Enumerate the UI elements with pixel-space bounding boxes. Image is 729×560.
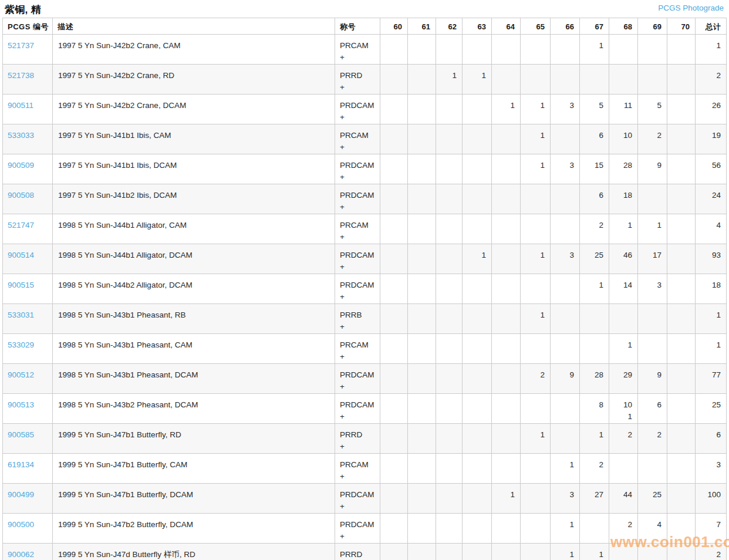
grade-cell-66	[551, 394, 580, 424]
description-cell: 1999 5 Yn Sun-J47b2 Butterfly, DCAM	[53, 514, 335, 544]
grade-count: 9	[639, 369, 662, 381]
description-cell: 1997 5 Yn Sun-J41b2 Ibis, DCAM	[53, 184, 335, 214]
grade-cell-65: 1	[521, 244, 551, 274]
grade-cell-66	[551, 304, 580, 334]
pcgs-number-link[interactable]: 900509	[8, 161, 34, 170]
grade-cell-64	[492, 304, 521, 334]
grade-cell-69	[638, 184, 667, 214]
designation-name: PRDCAM	[340, 489, 379, 501]
grade-count: 1	[463, 249, 486, 261]
grade-cell-62	[436, 244, 463, 274]
grade-cell-70	[667, 304, 696, 334]
description-cell: 1997 5 Yn Sun-J42b2 Crane, RD	[53, 65, 335, 95]
grade-cell-66	[551, 124, 580, 154]
header-grade-60: 60	[380, 18, 408, 35]
table-row: 533029 1998 5 Yn Sun-J43b1 Pheasant, CAM…	[3, 334, 727, 364]
pcgs-number-link[interactable]: 900511	[8, 101, 33, 110]
designation-name: PRDCAM	[340, 160, 379, 171]
grade-count: 1	[551, 549, 574, 560]
designation-plus: +	[340, 291, 379, 303]
pcgs-number-link[interactable]: 900062	[8, 550, 34, 559]
header-grade-70: 70	[667, 18, 696, 35]
pcgs-number-link[interactable]: 521738	[8, 71, 34, 80]
designation-name: PRDCAM	[340, 249, 379, 261]
grade-cell-66: 3	[551, 95, 580, 124]
description-cell: 1999 5 Yn Sun-J47d Butterfly 样币, RD	[53, 544, 335, 560]
grade-cell-61	[408, 274, 436, 304]
grade-cell-62	[436, 154, 463, 184]
designation-name: PRRD	[340, 429, 379, 441]
grade-count: 28	[610, 160, 632, 171]
pcgs-number-link[interactable]: 900513	[8, 400, 34, 409]
grade-count: 1	[463, 70, 486, 82]
pcgs-number-link[interactable]: 521737	[8, 41, 34, 50]
grade-cell-60	[380, 304, 408, 334]
grade-count: 1	[580, 549, 603, 560]
grade-cell-63	[463, 95, 492, 124]
grade-cell-60	[380, 514, 408, 544]
pcgs-number-link[interactable]: 619134	[8, 460, 34, 469]
grade-cell-63	[463, 304, 492, 334]
grade-cell-63	[463, 184, 492, 214]
pcgs-number-link[interactable]: 900499	[8, 490, 34, 499]
pcgs-number-link[interactable]: 900500	[8, 520, 34, 529]
grade-cell-68	[609, 304, 638, 334]
designation-cell: PRDCAM +	[335, 184, 380, 214]
designation-cell: PRDCAM +	[335, 95, 380, 124]
grade-cell-62	[436, 124, 463, 154]
pcgs-number-link[interactable]: 900514	[8, 251, 34, 259]
grade-cell-70	[667, 154, 696, 184]
grade-cell-70	[667, 424, 696, 454]
grade-cell-66: 9	[551, 364, 580, 394]
grade-count: 6	[639, 399, 662, 411]
grade-cell-65: 1	[521, 95, 551, 124]
grade-cell-60	[380, 484, 408, 514]
total-cell: 19	[696, 124, 727, 154]
pcgs-number-link[interactable]: 900585	[8, 430, 34, 439]
table-row: 521738 1997 5 Yn Sun-J42b2 Crane, RD PRR…	[3, 65, 727, 95]
pcgs-number-link[interactable]: 533033	[8, 131, 34, 140]
grade-cell-60	[380, 424, 408, 454]
pcgs-number-cell: 521737	[3, 35, 53, 65]
designation-plus: +	[340, 411, 379, 423]
pcgs-number-cell: 900499	[3, 484, 53, 514]
pcgs-number-link[interactable]: 900508	[8, 191, 34, 200]
grade-count: 17	[639, 249, 662, 261]
grade-cell-68: 11	[609, 95, 638, 124]
pcgs-number-link[interactable]: 533029	[8, 340, 34, 349]
table-row: 900512 1998 5 Yn Sun-J43b1 Pheasant, DCA…	[3, 364, 727, 394]
pcgs-number-cell: 900514	[3, 244, 53, 274]
grade-cell-67: 2	[580, 454, 609, 484]
pcgs-number-link[interactable]: 521747	[8, 221, 34, 230]
grade-cell-67: 1	[580, 35, 609, 65]
grade-cell-63	[463, 394, 492, 424]
grade-cell-60	[380, 394, 408, 424]
description-cell: 1999 5 Yn Sun-J47b1 Butterfly, DCAM	[53, 484, 335, 514]
grade-cell-60	[380, 334, 408, 364]
grade-cell-62: 1	[436, 65, 463, 95]
table-row: 900514 1998 5 Yn Sun-J44b1 Alligator, DC…	[3, 244, 727, 274]
grade-count: 3	[551, 249, 574, 261]
grade-cell-60	[380, 184, 408, 214]
grade-cell-63: 1	[463, 244, 492, 274]
pcgs-number-link[interactable]: 533031	[8, 311, 34, 319]
grade-count: 1	[610, 339, 632, 351]
grade-cell-66: 3	[551, 484, 580, 514]
grade-count: 1	[521, 249, 545, 261]
photograde-link[interactable]: PCGS Photograde	[658, 4, 724, 12]
grade-cell-61	[408, 394, 436, 424]
grade-cell-62	[436, 334, 463, 364]
pcgs-number-cell: 533031	[3, 304, 53, 334]
grade-cell-67: 5	[580, 95, 609, 124]
grade-cell-64	[492, 514, 521, 544]
description-cell: 1998 5 Yn Sun-J44b2 Alligator, DCAM	[53, 274, 335, 304]
grade-cell-61	[408, 364, 436, 394]
grade-cell-70	[667, 544, 696, 560]
designation-cell: PRDCAM +	[335, 394, 380, 424]
table-row: 900062 1999 5 Yn Sun-J47d Butterfly 样币, …	[3, 544, 727, 560]
grade-cell-66	[551, 35, 580, 65]
pcgs-number-link[interactable]: 900515	[8, 281, 34, 289]
grade-cell-69: 3	[638, 274, 667, 304]
pcgs-number-link[interactable]: 900512	[8, 370, 34, 379]
grade-cell-61	[408, 424, 436, 454]
